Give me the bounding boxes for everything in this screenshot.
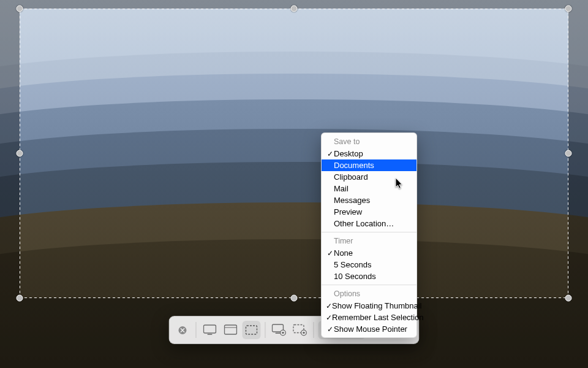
- menu-divider: [322, 285, 417, 285]
- menu-item-label: Show Floating Thumbnail: [332, 301, 421, 310]
- check-icon: ✓: [326, 150, 334, 158]
- menu-item[interactable]: 5 Seconds: [322, 259, 417, 270]
- svg-rect-1: [203, 325, 216, 333]
- menu-item-label: 10 Seconds: [334, 272, 376, 281]
- check-icon: ✓: [326, 314, 332, 321]
- menu-item-label: Clipboard: [334, 172, 368, 182]
- menu-item-label: None: [334, 248, 353, 258]
- menu-item-label: Messages: [334, 196, 370, 205]
- svg-rect-3: [224, 325, 236, 334]
- menu-item[interactable]: ✓Show Mouse Pointer: [322, 323, 417, 335]
- menu-item[interactable]: 10 Seconds: [322, 270, 417, 282]
- menu-item-label: Show Mouse Pointer: [334, 324, 407, 334]
- check-icon: ✓: [326, 302, 332, 310]
- selection-handle-top-right[interactable]: [565, 6, 572, 12]
- close-button[interactable]: [173, 321, 191, 339]
- menu-item[interactable]: Documents: [322, 159, 417, 171]
- menu-item-label: Preview: [334, 207, 362, 217]
- menu-heading: Options: [322, 288, 417, 300]
- menu-item[interactable]: Mail: [322, 183, 417, 194]
- selection-border: [20, 9, 568, 298]
- selection-handle-bottom-left[interactable]: [17, 295, 23, 302]
- menu-item[interactable]: ✓Remember Last Selection: [322, 312, 417, 323]
- selection-icon: [244, 324, 258, 335]
- capture-selection-area[interactable]: [20, 9, 568, 298]
- selection-handle-top-left[interactable]: [17, 6, 23, 12]
- record-entire-screen-button[interactable]: [270, 321, 288, 339]
- menu-item-label: Desktop: [334, 149, 363, 158]
- selection-handle-bottom-right[interactable]: [565, 295, 572, 302]
- selection-handle-middle-right[interactable]: [565, 150, 572, 157]
- check-icon: ✓: [326, 326, 334, 333]
- menu-item-label: Documents: [334, 161, 374, 170]
- menu-item[interactable]: Messages: [322, 194, 417, 206]
- menu-divider: [322, 232, 417, 232]
- record-screen-icon: [271, 324, 286, 336]
- menu-item[interactable]: Preview: [322, 206, 417, 218]
- menu-heading: Timer: [322, 235, 417, 247]
- menu-item-label: Remember Last Selection: [332, 313, 424, 322]
- menu-item-label: Mail: [334, 184, 349, 193]
- check-icon: ✓: [326, 250, 334, 257]
- selection-handle-middle-left[interactable]: [17, 150, 23, 157]
- menu-heading: Save to: [322, 136, 417, 148]
- svg-rect-2: [207, 334, 212, 335]
- menu-item[interactable]: ✓Desktop: [322, 148, 417, 159]
- capture-entire-screen-button[interactable]: [200, 321, 219, 339]
- record-selection-icon: [292, 324, 307, 336]
- menu-item[interactable]: Other Location…: [322, 218, 417, 229]
- menu-item-label: 5 Seconds: [334, 260, 371, 269]
- window-icon: [224, 324, 237, 335]
- selection-handle-top-middle[interactable]: [291, 6, 298, 12]
- menu-item[interactable]: ✓Show Floating Thumbnail: [322, 300, 417, 312]
- svg-point-12: [303, 332, 305, 334]
- menu-item[interactable]: Clipboard: [322, 171, 417, 183]
- menu-item[interactable]: ✓None: [322, 247, 417, 259]
- options-menu: Save to✓DesktopDocumentsClipboardMailMes…: [321, 132, 417, 338]
- svg-point-9: [282, 332, 284, 334]
- record-selection-button[interactable]: [290, 321, 309, 339]
- screen-icon: [203, 324, 216, 335]
- svg-rect-7: [275, 333, 280, 334]
- selection-handle-bottom-middle[interactable]: [291, 295, 298, 302]
- svg-rect-5: [246, 326, 257, 334]
- menu-item-label: Other Location…: [334, 219, 394, 228]
- capture-selection-button[interactable]: [242, 321, 260, 339]
- close-icon: [178, 326, 187, 335]
- capture-window-button[interactable]: [221, 321, 239, 339]
